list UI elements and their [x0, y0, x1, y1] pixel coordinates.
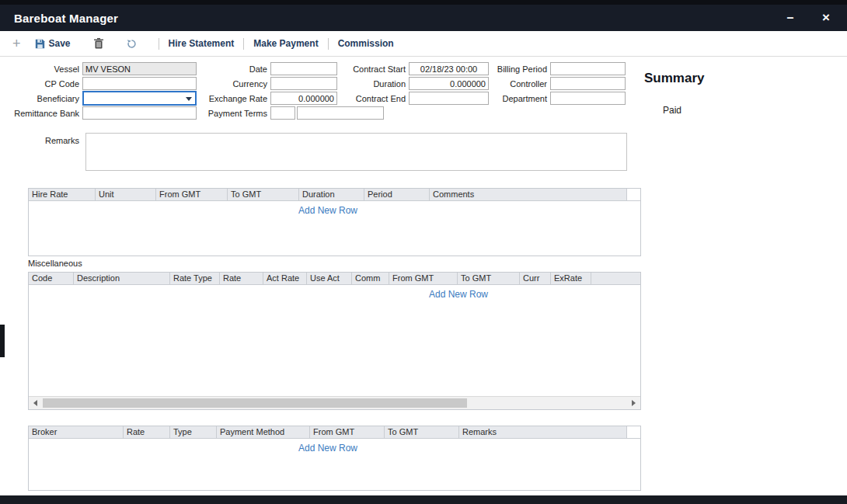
col-remarks: Remarks [459, 426, 627, 439]
currency-input[interactable] [270, 77, 337, 90]
controller-input[interactable] [550, 77, 626, 90]
summary-heading: Summary [644, 71, 704, 86]
hire-rate-table-header: Hire Rate Unit From GMT To GMT Duration … [29, 189, 640, 201]
hire-add-new-row-link[interactable]: Add New Row [298, 205, 357, 216]
col-payment-method: Payment Method [217, 426, 310, 439]
background-window-sliver [0, 325, 5, 357]
col-description: Description [74, 273, 170, 285]
col-act-rate: Act Rate [263, 273, 307, 285]
contract-start-input[interactable] [409, 62, 489, 75]
col-duration: Duration [299, 189, 364, 201]
save-button-label: Save [49, 38, 71, 49]
col-hire-rate: Hire Rate [29, 189, 96, 201]
duration-label: Duration [348, 79, 409, 89]
department-label: Department [490, 94, 550, 103]
titlebar: Bareboat Manager [0, 5, 847, 31]
vessel-input[interactable] [82, 62, 197, 75]
col-period: Period [364, 189, 430, 201]
miscellaneous-table: Code Description Rate Type Rate Act Rate… [28, 272, 641, 410]
contract-start-label: Contract Start [348, 64, 409, 74]
payment-terms-code-input[interactable] [270, 106, 295, 120]
col-from-gmt: From GMT [310, 426, 385, 439]
remittance-bank-label: Remittance Bank [4, 109, 82, 118]
col-unit: Unit [96, 189, 156, 201]
minimize-button[interactable]: – [774, 5, 807, 31]
scroll-right-arrow-icon[interactable] [627, 397, 640, 409]
chevron-down-icon [186, 97, 192, 101]
col-curr: Curr [520, 273, 551, 285]
col-rate: Rate [124, 426, 170, 439]
make-payment-button[interactable]: Make Payment [253, 38, 318, 49]
refresh-icon [127, 39, 137, 49]
delete-button[interactable] [94, 38, 103, 49]
beneficiary-label: Beneficiary [4, 94, 82, 103]
col-comments: Comments [430, 189, 627, 201]
close-button[interactable]: × [810, 5, 842, 31]
bottom-window-edge [0, 495, 847, 504]
col-code: Code [29, 273, 74, 285]
contract-end-label: Contract End [348, 94, 409, 103]
vessel-label: Vessel [4, 64, 82, 74]
col-rate: Rate [220, 273, 263, 285]
save-button[interactable]: Save [35, 38, 71, 49]
department-input[interactable] [550, 92, 626, 105]
col-to-gmt: To GMT [385, 426, 459, 439]
col-exrate: ExRate [551, 273, 591, 285]
hire-rate-table: Hire Rate Unit From GMT To GMT Duration … [28, 188, 641, 256]
add-button[interactable]: + [12, 36, 21, 50]
col-comm: Comm [352, 273, 389, 285]
broker-table: Broker Rate Type Payment Method From GMT… [28, 426, 641, 491]
cp-code-input[interactable] [82, 77, 197, 90]
horizontal-scrollbar[interactable] [29, 396, 640, 409]
col-from-gmt: From GMT [389, 273, 458, 285]
exchange-rate-label: Exchange Rate [202, 94, 270, 103]
billing-period-label: Billing Period [490, 64, 550, 74]
date-input[interactable] [270, 62, 337, 75]
cp-code-label: CP Code [4, 79, 82, 89]
col-type: Type [170, 426, 217, 439]
date-label: Date [202, 64, 270, 74]
payment-terms-description-input[interactable] [297, 106, 384, 120]
form-column-3: Contract Start Duration Contract End [348, 61, 489, 106]
col-rate-type: Rate Type [170, 273, 220, 285]
trash-icon [94, 38, 103, 49]
scrollbar-thumb[interactable] [43, 398, 467, 408]
summary-paid-label: Paid [663, 105, 681, 116]
toolbar-separator [328, 38, 329, 50]
header-filler [627, 426, 640, 439]
form-column-1: Vessel CP Code Beneficiary Remittance Ba… [4, 61, 197, 120]
form-column-4: Billing Period Controller Department [490, 61, 626, 106]
col-broker: Broker [29, 426, 124, 439]
header-filler [627, 189, 640, 201]
broker-table-header: Broker Rate Type Payment Method From GMT… [29, 426, 640, 439]
exchange-rate-input[interactable] [270, 92, 337, 105]
col-to-gmt: To GMT [228, 189, 299, 201]
misc-add-new-row-link[interactable]: Add New Row [429, 289, 488, 300]
remarks-label: Remarks [4, 136, 82, 145]
controller-label: Controller [490, 79, 550, 89]
duration-input[interactable] [409, 77, 489, 90]
toolbar-separator [159, 38, 159, 50]
col-to-gmt: To GMT [458, 273, 520, 285]
miscellaneous-table-header: Code Description Rate Type Rate Act Rate… [29, 273, 640, 285]
save-floppy-icon [35, 39, 45, 49]
refresh-button[interactable] [127, 39, 137, 49]
window-title: Bareboat Manager [14, 12, 118, 25]
beneficiary-dropdown[interactable] [82, 91, 197, 106]
commission-button[interactable]: Commission [338, 38, 394, 49]
scroll-left-arrow-icon[interactable] [29, 397, 42, 409]
billing-period-input[interactable] [550, 62, 626, 75]
col-use-act: Use Act [307, 273, 352, 285]
toolbar-separator [243, 38, 244, 50]
broker-add-new-row-link[interactable]: Add New Row [298, 443, 357, 454]
payment-terms-label: Payment Terms [202, 109, 270, 118]
hire-statement-button[interactable]: Hire Statement [169, 38, 235, 49]
col-from-gmt: From GMT [156, 189, 228, 201]
header-filler [591, 273, 640, 285]
contract-end-input[interactable] [409, 92, 489, 105]
miscellaneous-section-label: Miscellaneous [28, 259, 82, 268]
remarks-textarea[interactable] [85, 133, 627, 171]
remittance-bank-input[interactable] [82, 106, 197, 120]
currency-label: Currency [202, 79, 270, 89]
toolbar: + Save Hire Statement Make Payment Commi… [0, 31, 847, 57]
